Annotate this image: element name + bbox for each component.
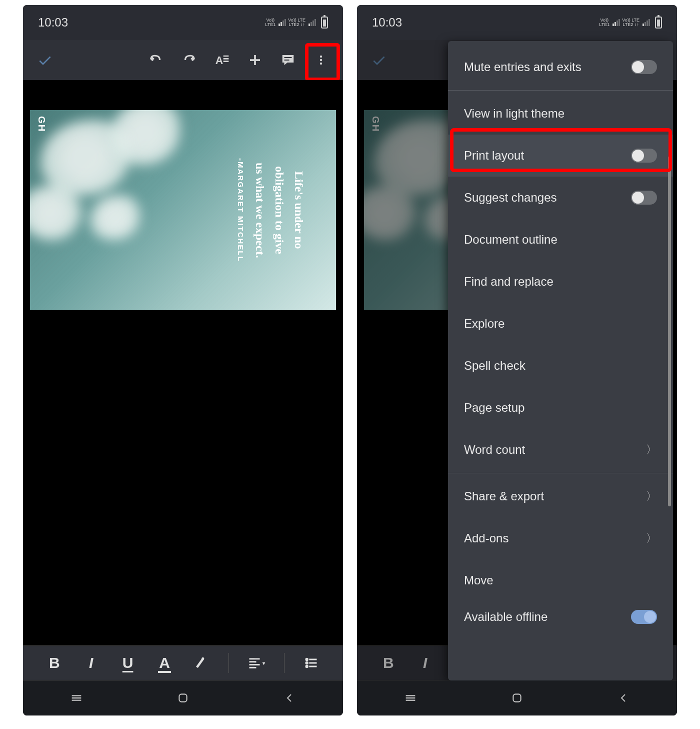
highlight-button[interactable] bbox=[190, 651, 212, 675]
gh-badge: GH bbox=[370, 116, 381, 133]
nav-recents-button[interactable] bbox=[396, 688, 426, 708]
nav-back-button[interactable] bbox=[608, 688, 638, 708]
menu-addons[interactable]: Add-ons 〉 bbox=[448, 517, 673, 559]
comment-button[interactable] bbox=[273, 45, 303, 75]
italic-button[interactable]: I bbox=[80, 651, 102, 675]
nav-home-button[interactable] bbox=[502, 688, 532, 708]
menu-suggest-changes[interactable]: Suggest changes bbox=[448, 177, 673, 219]
bold-button[interactable]: B bbox=[43, 651, 66, 675]
menu-find-replace[interactable]: Find and replace bbox=[448, 261, 673, 303]
insert-button[interactable] bbox=[240, 45, 270, 75]
nav-recents-button[interactable] bbox=[62, 688, 92, 708]
menu-move[interactable]: Move bbox=[448, 559, 673, 601]
svg-point-17 bbox=[306, 662, 308, 664]
underline-button[interactable]: U bbox=[116, 651, 139, 675]
redo-button[interactable] bbox=[174, 45, 204, 75]
svg-point-16 bbox=[306, 658, 308, 660]
svg-point-18 bbox=[306, 665, 308, 667]
toggle-offline[interactable] bbox=[631, 610, 657, 624]
menu-word-count[interactable]: Word count 〉 bbox=[448, 429, 673, 471]
highlight-overflow-menu bbox=[305, 43, 340, 81]
list-button[interactable] bbox=[300, 651, 323, 675]
toggle-suggest[interactable] bbox=[631, 191, 657, 205]
status-bar: 10:03 Vo))LTE1 Vo)) LTELTE2 ↕↑ bbox=[357, 5, 677, 40]
nav-back-button[interactable] bbox=[274, 688, 304, 708]
menu-share-export[interactable]: Share & export 〉 bbox=[448, 475, 673, 517]
nav-home-button[interactable] bbox=[168, 688, 198, 708]
scroll-indicator bbox=[668, 156, 671, 506]
menu-page-setup[interactable]: Page setup bbox=[448, 387, 673, 429]
document-canvas[interactable]: GH Life's under no obligation to give us… bbox=[23, 80, 343, 645]
text-color-button[interactable]: A bbox=[153, 651, 176, 675]
status-bar: 10:03 Vo))LTE1 Vo)) LTELTE2 ↕↑ bbox=[23, 5, 343, 40]
highlight-print-layout bbox=[450, 128, 672, 172]
done-button[interactable] bbox=[30, 45, 60, 75]
format-toolbar: B I U A ▾ bbox=[23, 645, 343, 680]
italic-button[interactable]: I bbox=[414, 651, 436, 675]
phone-screenshot-right: 10:03 Vo))LTE1 Vo)) LTELTE2 ↕↑ bbox=[357, 5, 677, 715]
android-nav-bar bbox=[357, 680, 677, 715]
menu-explore[interactable]: Explore bbox=[448, 303, 673, 345]
svg-rect-33 bbox=[513, 694, 520, 701]
status-indicators: Vo))LTE1 Vo)) LTELTE2 ↕↑ bbox=[599, 17, 662, 29]
text-format-button[interactable]: A bbox=[207, 45, 237, 75]
status-time: 10:03 bbox=[372, 16, 402, 30]
quote-text: Life's under no obligation to give us wh… bbox=[156, 140, 306, 280]
toggle-mute[interactable] bbox=[631, 60, 657, 74]
done-button[interactable] bbox=[364, 45, 394, 75]
menu-mute-entries[interactable]: Mute entries and exits bbox=[448, 46, 673, 88]
status-indicators: Vo))LTE1 Vo)) LTELTE2 ↕↑ bbox=[265, 17, 328, 29]
chevron-right-icon: 〉 bbox=[646, 442, 657, 457]
menu-spell-check[interactable]: Spell check bbox=[448, 345, 673, 387]
top-toolbar: A bbox=[23, 40, 343, 80]
undo-button[interactable] bbox=[141, 45, 171, 75]
menu-available-offline[interactable]: Available offline bbox=[448, 601, 673, 632]
dropdown-arrow-icon: ▾ bbox=[262, 660, 265, 666]
battery-icon bbox=[655, 17, 662, 29]
battery-icon bbox=[321, 17, 328, 29]
svg-text:A: A bbox=[216, 55, 223, 67]
chevron-right-icon: 〉 bbox=[646, 489, 657, 504]
align-button[interactable]: ▾ bbox=[245, 651, 268, 675]
menu-document-outline[interactable]: Document outline bbox=[448, 219, 673, 261]
gh-badge: GH bbox=[36, 116, 47, 133]
status-time: 10:03 bbox=[38, 16, 68, 30]
bold-button[interactable]: B bbox=[377, 651, 400, 675]
svg-point-8 bbox=[202, 657, 204, 660]
svg-rect-22 bbox=[179, 694, 186, 701]
document-image: GH Life's under no obligation to give us… bbox=[30, 110, 336, 310]
menu-separator bbox=[448, 473, 673, 473]
chevron-right-icon: 〉 bbox=[646, 531, 657, 546]
menu-separator bbox=[448, 90, 673, 91]
phone-screenshot-left: 10:03 Vo))LTE1 Vo)) LTELTE2 ↕↑ bbox=[23, 5, 343, 715]
android-nav-bar bbox=[23, 680, 343, 715]
